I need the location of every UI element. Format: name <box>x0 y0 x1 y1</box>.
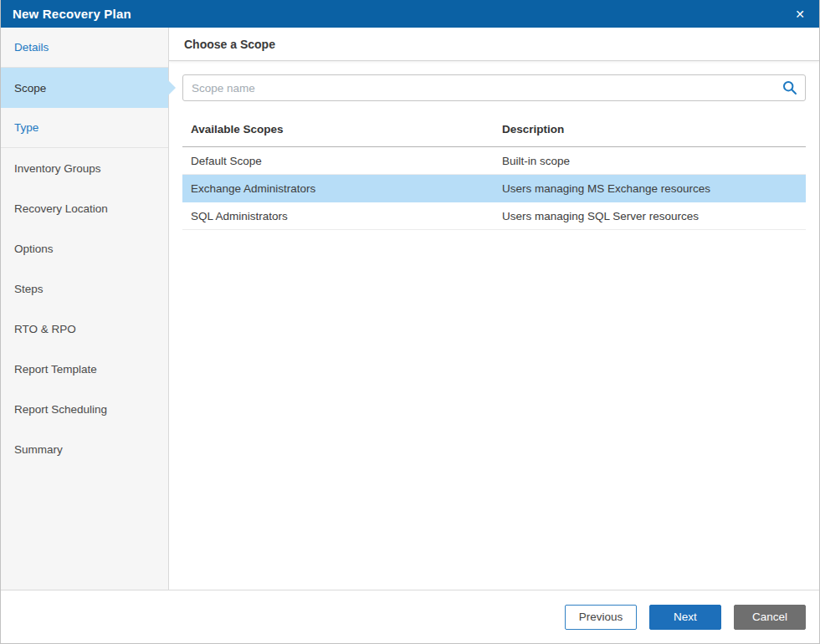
titlebar: New Recovery Plan ✕ <box>1 0 819 28</box>
scope-search <box>182 74 806 101</box>
sidebar-item-report-template[interactable]: Report Template <box>1 349 168 389</box>
page-title: Choose a Scope <box>184 38 275 51</box>
new-recovery-plan-dialog: New Recovery Plan ✕ Details Scope Type I… <box>0 0 820 644</box>
sidebar-item-details[interactable]: Details <box>1 28 168 68</box>
sidebar-item-label: Steps <box>14 283 44 295</box>
sidebar-item-label: Type <box>14 121 38 134</box>
sidebar-item-type[interactable]: Type <box>1 108 168 148</box>
close-icon[interactable]: ✕ <box>792 7 807 22</box>
table-row[interactable]: SQL Administrators Users managing SQL Se… <box>182 202 806 230</box>
sidebar-item-label: Inventory Groups <box>14 162 101 175</box>
content-area: Choose a Scope Available Scopes <box>169 28 819 590</box>
scope-description: Users managing SQL Server resources <box>502 210 797 222</box>
sidebar-item-scope[interactable]: Scope <box>1 68 168 108</box>
column-header-description[interactable]: Description <box>502 123 797 135</box>
scope-description: Users managing MS Exchange resources <box>502 182 797 195</box>
search-input[interactable] <box>182 74 806 101</box>
sidebar-item-label: Scope <box>14 82 46 95</box>
sidebar-item-label: Report Scheduling <box>14 403 107 416</box>
next-button[interactable]: Next <box>649 605 721 630</box>
cancel-button[interactable]: Cancel <box>734 605 806 630</box>
column-header-available-scopes[interactable]: Available Scopes <box>191 123 502 135</box>
scope-name: Exchange Administrators <box>191 182 502 195</box>
sidebar-item-summary[interactable]: Summary <box>1 429 168 469</box>
scope-description: Built-in scope <box>502 155 797 167</box>
scope-name: SQL Administrators <box>191 210 502 222</box>
scope-name: Default Scope <box>191 155 502 167</box>
footer: Previous Next Cancel <box>1 590 819 643</box>
sidebar-item-label: Options <box>14 243 54 255</box>
previous-button[interactable]: Previous <box>565 605 637 630</box>
scopes-table: Available Scopes Description Default Sco… <box>182 113 806 230</box>
sidebar-item-label: Summary <box>14 443 63 456</box>
dialog-body: Details Scope Type Inventory Groups Reco… <box>1 28 819 590</box>
content-body: Available Scopes Description Default Sco… <box>169 61 819 590</box>
sidebar-item-recovery-location[interactable]: Recovery Location <box>1 188 168 228</box>
sidebar-item-inventory-groups[interactable]: Inventory Groups <box>1 148 168 188</box>
wizard-steps-sidebar: Details Scope Type Inventory Groups Reco… <box>1 28 169 590</box>
sidebar-item-report-scheduling[interactable]: Report Scheduling <box>1 389 168 429</box>
sidebar-item-rto-rpo[interactable]: RTO & RPO <box>1 309 168 349</box>
table-header-row: Available Scopes Description <box>182 113 806 147</box>
dialog-title: New Recovery Plan <box>13 7 131 21</box>
table-row[interactable]: Default Scope Built-in scope <box>182 147 806 175</box>
sidebar-item-label: Report Template <box>14 363 97 376</box>
content-header: Choose a Scope <box>169 28 819 61</box>
sidebar-item-options[interactable]: Options <box>1 228 168 268</box>
sidebar-item-label: Details <box>14 41 49 54</box>
sidebar-item-label: Recovery Location <box>14 202 108 215</box>
search-icon[interactable] <box>782 80 797 95</box>
table-row[interactable]: Exchange Administrators Users managing M… <box>182 175 806 202</box>
sidebar-item-steps[interactable]: Steps <box>1 268 168 309</box>
sidebar-item-label: RTO & RPO <box>14 323 76 335</box>
